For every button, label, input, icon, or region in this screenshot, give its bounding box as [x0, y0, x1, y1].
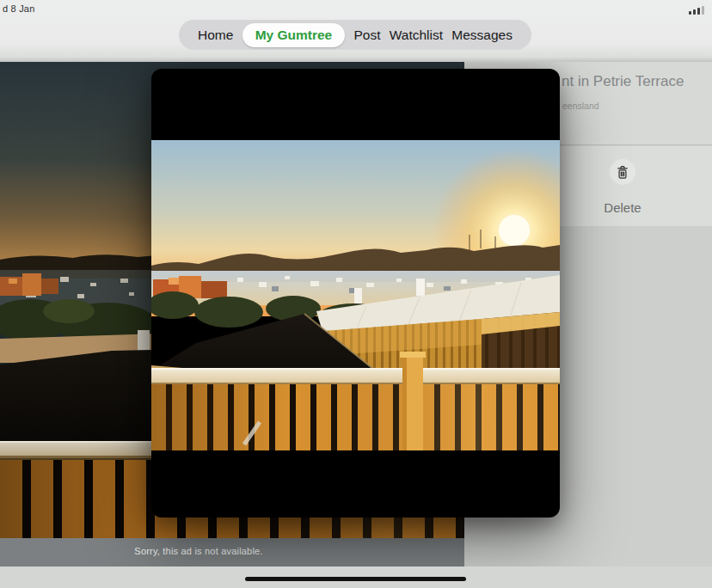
nav-item-my-gumtree[interactable]: My Gumtree	[242, 23, 346, 47]
trash-icon	[610, 159, 635, 185]
photo-viewer-modal[interactable]	[151, 69, 560, 518]
nav-tabs: Home My Gumtree Post Watchlist Messages	[179, 20, 531, 50]
ad-unavailable-toast: Sorry, this ad is not available.	[0, 538, 464, 567]
nav-item-post[interactable]: Post	[353, 28, 380, 43]
photo-viewer-image[interactable]	[151, 140, 560, 450]
cellular-signal-icon	[689, 6, 708, 15]
delete-label: Delete	[588, 200, 657, 215]
top-navigation-bar: d 8 Jan Home My Gumtree Post Watchlist M…	[0, 0, 712, 62]
nav-item-home[interactable]: Home	[198, 28, 233, 43]
nav-item-messages[interactable]: Messages	[451, 28, 513, 43]
ad-title: nt in Petrie Terrace	[562, 73, 684, 90]
nav-item-watchlist[interactable]: Watchlist	[390, 28, 443, 43]
status-date: d 8 Jan	[3, 3, 34, 14]
bottom-bar	[0, 567, 712, 588]
delete-button[interactable]: Delete	[588, 159, 657, 224]
home-indicator[interactable]	[245, 577, 466, 581]
ad-location: eensland	[562, 101, 599, 111]
screen: Sorry, this ad is not available. nt in P…	[0, 0, 712, 588]
toast-message: Sorry, this ad is not available.	[70, 546, 328, 556]
